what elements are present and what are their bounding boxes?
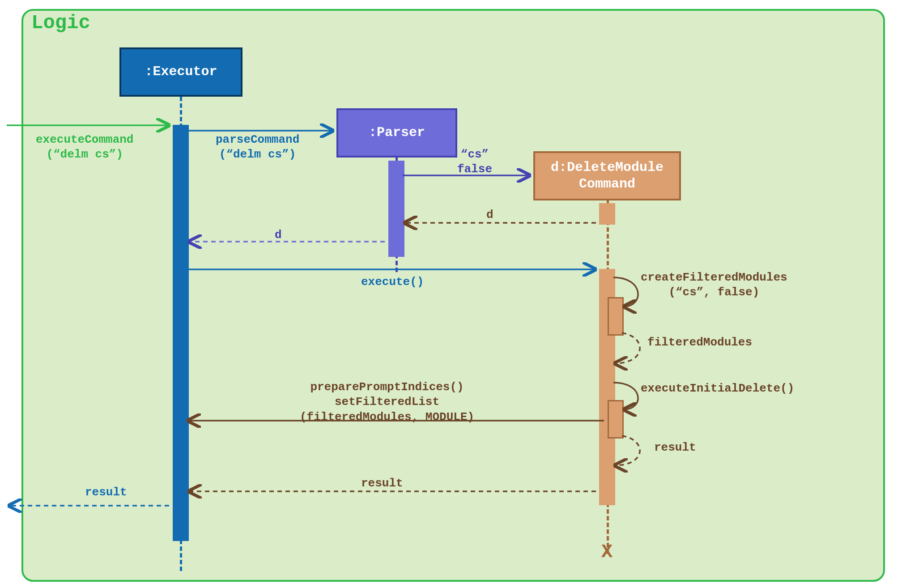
destroy-icon: X (601, 541, 613, 563)
msg-result-back: result (361, 476, 403, 491)
msg-filtered-modules: filteredModules (647, 335, 752, 350)
executor-box: :Executor (119, 47, 242, 97)
msg-create-filtered: createFilteredModules(“cs”, false) (641, 270, 787, 300)
msg-execute-command: executeCommand(“delm cs”) (36, 132, 133, 162)
msg-result-self: result (654, 440, 696, 455)
msg-execute: execute() (361, 275, 424, 290)
delete-command-box: d:DeleteModuleCommand (533, 151, 681, 200)
frame-title: Logic (31, 12, 90, 34)
msg-parse-command: parseCommand(“delm cs”) (216, 132, 299, 162)
msg-prepare: preparePromptIndices()setFilteredList(fi… (300, 380, 474, 425)
msg-cs-false: “cs”false (457, 147, 492, 177)
parser-box: :Parser (336, 108, 457, 158)
msg-d-to-parser: d (486, 208, 493, 222)
executor-label: :Executor (145, 64, 217, 81)
logic-frame: Logic :Executor :Parser d:DeleteModuleCo… (21, 9, 885, 582)
parser-label: :Parser (369, 124, 425, 141)
diagram-canvas: Logic :Executor :Parser d:DeleteModuleCo… (0, 0, 906, 588)
executor-activation (173, 125, 189, 541)
delete-activation-create (599, 203, 615, 225)
delete-subactivation-1 (608, 297, 624, 336)
msg-result-out: result (85, 485, 127, 500)
parser-activation (388, 161, 404, 257)
delete-subactivation-2 (608, 400, 624, 439)
delete-command-label: d:DeleteModuleCommand (551, 159, 664, 193)
msg-execute-initial-delete: executeInitialDelete() (641, 381, 794, 396)
msg-d-to-executor: d (275, 228, 282, 243)
